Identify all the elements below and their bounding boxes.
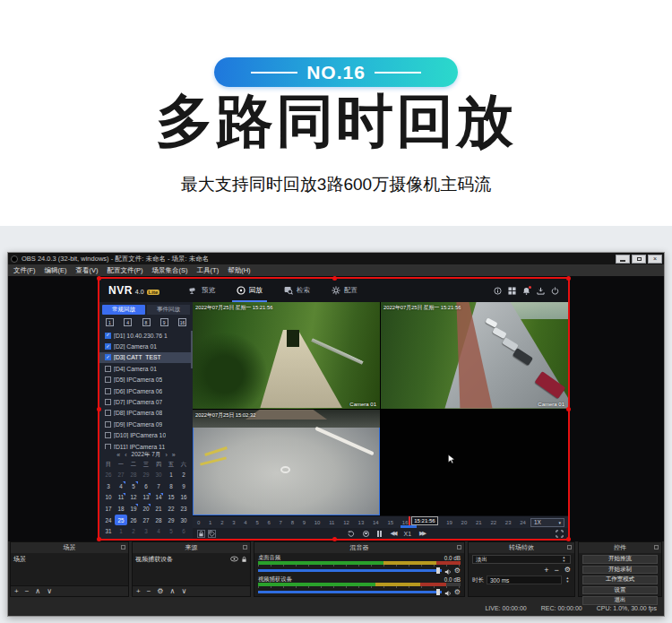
layout-grid-icon[interactable]	[508, 287, 516, 295]
calendar-day[interactable]: 13	[140, 492, 152, 504]
calendar-day[interactable]: 31	[102, 525, 115, 537]
calendar-day[interactable]: 28	[127, 469, 140, 480]
calendar-day[interactable]: 11	[115, 492, 127, 504]
camera-list-item[interactable]: [D5] IPCamera 05	[99, 375, 193, 385]
video-tile-4[interactable]	[381, 410, 568, 516]
calendar-day[interactable]: 15	[165, 492, 177, 504]
tab-event-playback[interactable]: 事件回放	[147, 305, 190, 315]
transition-gear-icon[interactable]: ⚙	[564, 566, 571, 574]
menu-item[interactable]: 编辑(E)	[45, 266, 67, 275]
transitions-dock-header[interactable]: 转场特效	[469, 542, 574, 553]
camera-checkbox[interactable]	[105, 444, 111, 450]
timeline-ticks[interactable]: 15:21:56 0123456789101112131415161718192…	[193, 516, 530, 528]
slow-down-button[interactable]: ◀◀	[390, 531, 395, 537]
video-tile-1[interactable]: 2022年07月25日 星期一 15:21:56 Camera 01	[193, 302, 380, 409]
transition-select[interactable]: 淡出 ▴▾	[472, 555, 571, 564]
calendar-day[interactable]: 5	[165, 525, 177, 537]
dock-float-icon[interactable]	[121, 545, 125, 549]
calendar-day[interactable]: 28	[152, 515, 165, 526]
camera-list-item[interactable]: [D11] IPCamera 11	[99, 441, 193, 450]
stop-button[interactable]	[363, 531, 369, 537]
menu-item[interactable]: 文件(F)	[13, 266, 36, 275]
calendar-day[interactable]: 26	[102, 469, 115, 480]
calendar-day[interactable]: 14	[152, 492, 165, 504]
nav-playback[interactable]: 回放	[237, 279, 263, 302]
duration-input[interactable]: 300 ms	[487, 575, 562, 584]
calendar-day[interactable]: 7	[152, 480, 165, 492]
obs-preview-area[interactable]: NVR 4.0 Lite 预览	[8, 276, 664, 541]
dock-float-icon[interactable]	[654, 545, 659, 549]
calendar-day[interactable]: 1	[165, 469, 177, 480]
layout-16-button[interactable]: 16	[178, 318, 186, 326]
calendar-day[interactable]: 18	[115, 503, 127, 515]
pause-button[interactable]	[377, 531, 383, 537]
channel-gear-icon[interactable]: ⚙	[454, 589, 461, 596]
calendar-day[interactable]: 4	[115, 480, 127, 492]
controls-dock-header[interactable]: 控件	[579, 542, 661, 553]
layout-4-button[interactable]: 4	[124, 318, 132, 326]
alarm-bell-icon[interactable]	[522, 287, 530, 295]
sources-toolbar-button[interactable]: ∧	[170, 588, 176, 595]
control-button[interactable]: 开始推流	[582, 555, 658, 564]
calendar-day[interactable]: 12	[127, 492, 140, 504]
camera-checkbox[interactable]	[105, 399, 111, 405]
camera-list-item[interactable]: [D10] IPCamera 10	[99, 430, 193, 441]
duration-spinner[interactable]: ▴▾	[564, 576, 571, 584]
video-tile-3[interactable]: 2022年07月25日 15:02:32	[193, 410, 380, 516]
slider-handle[interactable]	[436, 567, 440, 574]
calendar-day[interactable]: 27	[115, 469, 127, 480]
camera-list-item[interactable]: [D9] IPCamera 09	[99, 419, 193, 429]
control-button[interactable]: 设置	[582, 586, 658, 595]
add-transition-button[interactable]: +	[544, 566, 548, 575]
calendar-day[interactable]: 27	[140, 515, 152, 526]
scenes-dock-header[interactable]: 场景	[11, 542, 128, 553]
camera-list-item[interactable]: [D6] IPCamera 06	[99, 385, 193, 396]
camera-checkbox[interactable]	[105, 388, 111, 394]
volume-slider[interactable]	[258, 569, 442, 572]
scenes-toolbar-button[interactable]: ∨	[47, 588, 52, 595]
channel-gear-icon[interactable]: ⚙	[454, 567, 461, 575]
layout-1-button[interactable]: 1	[106, 318, 114, 326]
camera-checkbox[interactable]	[105, 421, 111, 428]
camera-list-item[interactable]: ✓[D2] Camera 01	[99, 341, 193, 351]
calendar-day[interactable]: 3	[140, 525, 152, 537]
calendar-day[interactable]: 21	[152, 503, 165, 515]
camera-checkbox[interactable]	[105, 376, 111, 383]
camera-list-item[interactable]: [D8] IPCamera 08	[99, 408, 193, 419]
calendar-day[interactable]: 1	[115, 525, 127, 537]
calendar-day[interactable]: 22	[165, 503, 177, 515]
calendar-day[interactable]: 29	[165, 515, 177, 526]
menu-item[interactable]: 场景集合(S)	[152, 266, 188, 275]
sources-toolbar-button[interactable]: ⚙	[157, 588, 163, 595]
remove-transition-button[interactable]: −	[555, 566, 559, 575]
nav-settings[interactable]: 配置	[332, 279, 358, 302]
slider-handle[interactable]	[436, 589, 440, 595]
mixer-dock-header[interactable]: 混音器	[254, 542, 464, 553]
calendar-day[interactable]: 30	[177, 515, 190, 526]
calendar-day[interactable]: 20	[140, 503, 152, 515]
download-icon[interactable]	[537, 287, 545, 295]
camera-checkbox[interactable]: ✓	[105, 333, 111, 339]
sources-toolbar-button[interactable]: ∨	[181, 588, 186, 595]
speed-select[interactable]: 1X ▾	[530, 518, 564, 527]
calendar-day[interactable]: 3	[102, 480, 115, 492]
calendar-day[interactable]: 9	[177, 480, 190, 492]
layout-9-button[interactable]: 9	[160, 318, 168, 326]
dock-float-icon[interactable]	[567, 545, 572, 549]
obs-title-bar[interactable]: OBS 24.0.3 (32-bit, windows) - 配置文件: 未命名…	[8, 253, 664, 264]
close-button[interactable]: ×	[648, 255, 662, 264]
tab-normal-playback[interactable]: 常规回放	[102, 305, 145, 315]
scenes-toolbar-button[interactable]: ∧	[35, 588, 40, 595]
calendar-day[interactable]: 6	[140, 480, 152, 492]
restore-button[interactable]	[632, 255, 646, 264]
camera-list-item[interactable]: ✓[D3] CATT_TEST	[99, 352, 193, 363]
menu-item[interactable]: 工具(T)	[197, 266, 220, 275]
calendar-day[interactable]: 29	[140, 469, 152, 480]
scene-list-item[interactable]: 场景	[11, 553, 128, 566]
calendar-day[interactable]: 10	[102, 492, 115, 504]
sources-toolbar-button[interactable]: −	[147, 588, 151, 595]
menu-item[interactable]: 配置文件(P)	[108, 266, 143, 275]
calendar-day[interactable]: 25	[115, 515, 127, 526]
lock-icon[interactable]	[241, 556, 247, 564]
menu-item[interactable]: 查看(V)	[76, 266, 99, 275]
